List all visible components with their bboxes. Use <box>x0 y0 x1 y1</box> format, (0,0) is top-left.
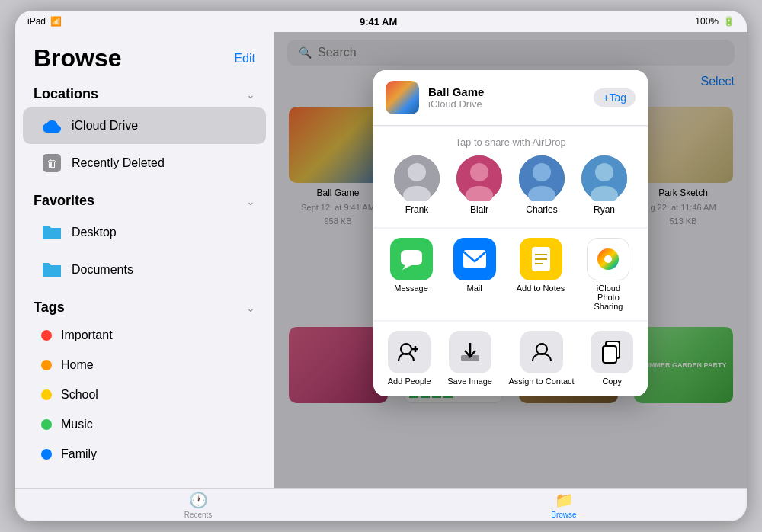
locations-chevron-icon: ⌄ <box>246 88 255 101</box>
airdrop-contact-ryan[interactable]: Ryan <box>581 155 627 215</box>
recently-deleted-label: Recently Deleted <box>72 156 165 170</box>
svg-rect-28 <box>603 346 616 363</box>
tab-browse[interactable]: 📁 Browse <box>381 491 747 519</box>
share-file-name: Ball Game <box>428 85 584 98</box>
home-tag-dot <box>41 360 52 370</box>
svg-point-10 <box>595 163 613 181</box>
airdrop-contact-charles[interactable]: Charles <box>519 155 565 215</box>
important-tag-label: Important <box>61 328 113 342</box>
notes-icon <box>520 238 562 280</box>
app-item-mail[interactable]: Mail <box>453 238 496 311</box>
browse-tab-label: Browse <box>551 511 576 519</box>
sidebar-item-music[interactable]: Music <box>23 410 266 439</box>
svg-point-1 <box>408 163 426 181</box>
assign-contact-label: Assign to Contact <box>508 377 574 386</box>
app-item-notes[interactable]: Add to Notes <box>517 238 565 311</box>
tab-bar: 🕐 Recents 📁 Browse <box>15 488 747 521</box>
add-tag-button[interactable]: +Tag <box>594 88 636 107</box>
assign-contact-icon <box>520 331 563 373</box>
school-tag-label: School <box>61 388 98 402</box>
contact-name-blair: Blair <box>470 204 488 215</box>
folder-documents-icon <box>41 259 62 280</box>
icloud-icon <box>41 115 62 136</box>
copy-label: Copy <box>602 377 622 386</box>
airdrop-contact-blair[interactable]: Blair <box>456 155 502 215</box>
share-header: Ball Game iCloud Drive +Tag <box>373 70 648 126</box>
action-item-add-people[interactable]: Add People <box>388 331 431 386</box>
important-tag-dot <box>41 330 52 341</box>
contact-name-charles: Charles <box>526 204 557 215</box>
svg-rect-14 <box>463 250 486 268</box>
status-left: iPad 📶 <box>27 16 62 27</box>
status-right: 100% 🔋 <box>695 16 735 27</box>
app-item-message[interactable]: Message <box>390 238 433 311</box>
sidebar-header: Browse Edit <box>15 38 274 75</box>
message-icon <box>390 238 433 280</box>
status-time: 9:41 AM <box>360 16 397 27</box>
favorites-section-header: Favorites ⌄ <box>15 182 274 213</box>
avatar-frank <box>394 155 440 201</box>
add-people-label: Add People <box>388 377 431 386</box>
mail-icon <box>453 238 496 280</box>
mail-label: Mail <box>467 284 482 293</box>
sidebar-item-desktop[interactable]: Desktop <box>23 214 266 251</box>
edit-button[interactable]: Edit <box>234 52 255 66</box>
sidebar-item-icloud-drive[interactable]: iCloud Drive <box>23 107 266 144</box>
icloud-photo-label: iCloud Photo Sharing <box>585 284 631 311</box>
locations-title: Locations <box>34 86 98 102</box>
favorites-chevron-icon: ⌄ <box>246 195 255 207</box>
airdrop-contact-frank[interactable]: Frank <box>394 155 440 215</box>
school-tag-dot <box>41 389 52 400</box>
battery-icon: 🔋 <box>723 16 735 27</box>
sidebar-item-family[interactable]: Family <box>23 440 266 469</box>
favorites-title: Favorites <box>34 193 94 209</box>
svg-point-26 <box>536 344 547 354</box>
avatar-blair <box>456 155 502 201</box>
share-overlay: Ball Game iCloud Drive +Tag Tap to share… <box>274 32 747 488</box>
svg-point-20 <box>604 255 612 263</box>
battery-label: 100% <box>695 16 719 27</box>
main-content: 🔍 Select Ball Game Sept 12, at 9:41 AM 9… <box>274 32 747 488</box>
svg-point-4 <box>470 163 488 181</box>
music-tag-label: Music <box>61 418 93 431</box>
svg-rect-12 <box>401 250 422 265</box>
add-people-icon <box>388 331 431 373</box>
sidebar-item-important[interactable]: Important <box>23 321 266 350</box>
svg-point-7 <box>533 163 551 181</box>
main-layout: Browse Edit Locations ⌄ iCloud Drive 🗑 <box>15 32 747 488</box>
svg-point-21 <box>401 344 411 354</box>
family-tag-label: Family <box>61 447 97 461</box>
icloud-photo-icon <box>587 238 629 280</box>
locations-section-header: Locations ⌄ <box>15 75 274 107</box>
svg-marker-13 <box>402 265 411 270</box>
notes-label: Add to Notes <box>517 284 565 293</box>
sidebar-item-documents[interactable]: Documents <box>23 252 266 288</box>
action-item-assign-contact[interactable]: Assign to Contact <box>508 331 574 386</box>
app-item-icloud-photo[interactable]: iCloud Photo Sharing <box>585 238 631 311</box>
browse-icon: 📁 <box>555 491 574 509</box>
desktop-label: Desktop <box>72 226 117 239</box>
save-image-label: Save Image <box>447 377 492 386</box>
sidebar: Browse Edit Locations ⌄ iCloud Drive 🗑 <box>15 32 274 488</box>
avatar-charles <box>519 155 565 201</box>
sidebar-title: Browse <box>34 44 122 72</box>
status-bar: iPad 📶 9:41 AM 100% 🔋 <box>15 11 747 32</box>
save-image-icon <box>449 331 491 373</box>
tags-section-header: Tags ⌄ <box>15 289 274 320</box>
sidebar-item-recently-deleted[interactable]: 🗑 Recently Deleted <box>23 145 266 181</box>
sidebar-item-home[interactable]: Home <box>23 351 266 380</box>
device-label: iPad <box>27 16 46 27</box>
tab-recents[interactable]: 🕐 Recents <box>15 491 381 519</box>
share-file-location: iCloud Drive <box>428 98 584 110</box>
avatar-ryan <box>581 155 627 201</box>
folder-desktop-icon <box>41 222 62 243</box>
action-item-copy[interactable]: Copy <box>591 331 633 386</box>
share-sheet: Ball Game iCloud Drive +Tag Tap to share… <box>373 70 648 396</box>
action-item-save-image[interactable]: Save Image <box>447 331 492 386</box>
recents-tab-label: Recents <box>184 511 213 519</box>
share-file-info: Ball Game iCloud Drive <box>428 85 584 110</box>
message-label: Message <box>394 284 428 293</box>
tags-chevron-icon: ⌄ <box>246 302 255 314</box>
sidebar-item-school[interactable]: School <box>23 380 266 409</box>
music-tag-dot <box>41 419 52 430</box>
